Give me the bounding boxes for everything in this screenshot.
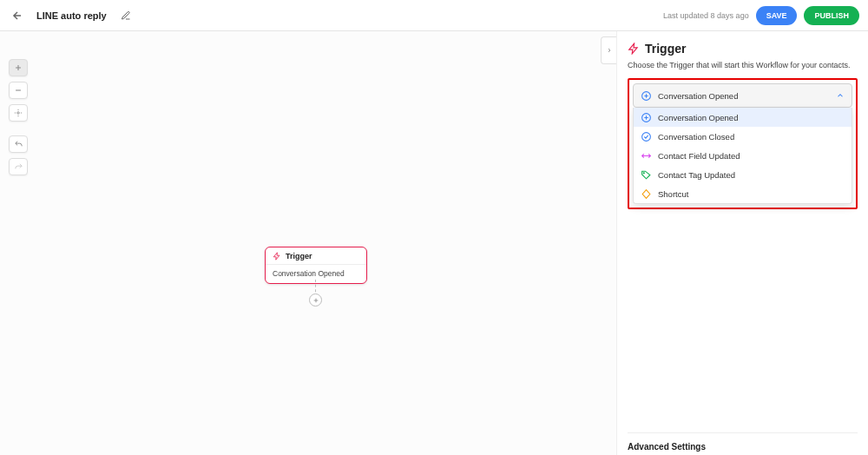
last-updated-text: Last updated 8 days ago [663, 11, 749, 20]
zoom-in-button[interactable] [9, 59, 28, 76]
back-button[interactable] [9, 7, 26, 24]
option-shortcut[interactable]: Shortcut [634, 184, 852, 203]
sidebar-title: Trigger [645, 42, 686, 56]
edit-title-icon[interactable] [121, 10, 133, 22]
circle-plus-icon [641, 112, 652, 123]
collapse-sidebar-button[interactable] [601, 36, 616, 64]
zoom-out-button[interactable] [9, 82, 28, 99]
trigger-select-value: Conversation Opened [658, 91, 738, 101]
chevron-up-icon [836, 91, 845, 100]
diamond-icon [641, 188, 652, 200]
header-right: Last updated 8 days ago SAVE PUBLISH [663, 6, 859, 25]
header: LINE auto reply Last updated 8 days ago … [0, 0, 868, 31]
advanced-settings-toggle[interactable]: Advanced Settings [628, 432, 858, 452]
add-step-button[interactable] [309, 293, 322, 307]
svg-point-3 [642, 132, 651, 141]
option-conversation-opened[interactable]: Conversation Opened [634, 108, 852, 127]
option-label: Conversation Closed [658, 132, 734, 142]
option-label: Contact Field Updated [658, 151, 740, 161]
trigger-node-title: Trigger [286, 252, 312, 260]
trigger-node[interactable]: Trigger Conversation Opened [265, 247, 367, 284]
circle-check-icon [641, 131, 652, 142]
canvas[interactable]: Trigger Conversation Opened [0, 31, 616, 455]
trigger-select[interactable]: Conversation Opened [633, 83, 852, 108]
trigger-node-detail: Conversation Opened [266, 265, 366, 283]
option-label: Contact Tag Updated [658, 170, 735, 180]
swap-icon [641, 150, 652, 162]
tag-icon [641, 169, 652, 181]
svg-point-0 [17, 112, 20, 115]
option-contact-tag-updated[interactable]: Contact Tag Updated [634, 165, 852, 184]
trigger-node-header: Trigger [266, 247, 366, 265]
option-label: Shortcut [658, 189, 688, 199]
sidebar-title-row: Trigger [628, 42, 858, 56]
bolt-icon [628, 43, 640, 55]
sidebar-description: Choose the Trigger that will start this … [628, 61, 858, 69]
publish-button[interactable]: PUBLISH [804, 6, 859, 25]
trigger-options-list: Conversation Opened Conversation Closed … [633, 108, 852, 204]
option-label: Conversation Opened [658, 113, 738, 122]
undo-button[interactable] [9, 135, 28, 153]
svg-point-4 [643, 172, 644, 173]
option-contact-field-updated[interactable]: Contact Field Updated [634, 146, 852, 165]
highlight-annotation: Conversation Opened Conversation Opened … [628, 78, 858, 209]
header-left: LINE auto reply [9, 7, 133, 24]
recenter-button[interactable] [9, 104, 28, 122]
redo-button[interactable] [9, 158, 28, 175]
save-button[interactable]: SAVE [756, 6, 798, 25]
trigger-dropdown: Conversation Opened Conversation Opened … [633, 83, 852, 204]
canvas-toolbar [9, 59, 28, 175]
option-conversation-closed[interactable]: Conversation Closed [634, 127, 852, 146]
sidebar: Trigger Choose the Trigger that will sta… [616, 31, 868, 455]
workflow-title: LINE auto reply [36, 10, 107, 21]
bolt-icon [273, 252, 281, 260]
circle-plus-icon [641, 90, 652, 102]
